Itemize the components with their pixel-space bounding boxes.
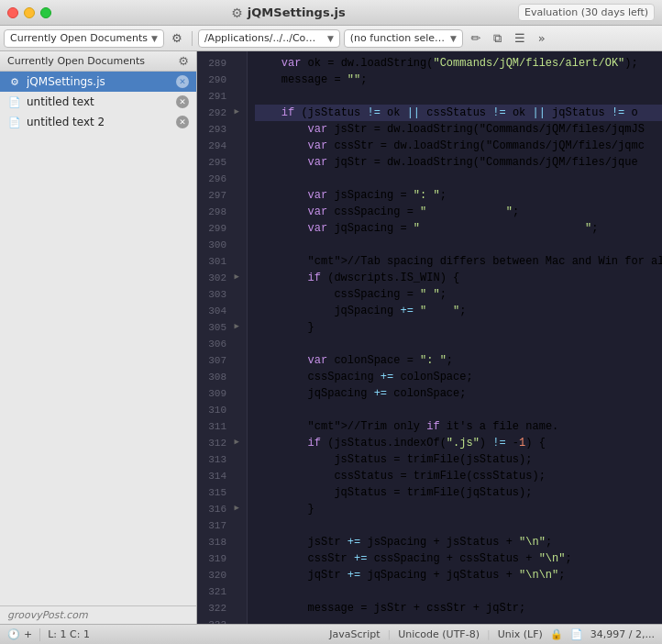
code-line [255,336,662,352]
line-number-row: 295 [201,154,239,171]
func-selector-dropdown[interactable]: (no function selected) ▼ [344,29,463,48]
status-line-ending[interactable]: Unix (LF) [498,628,543,640]
path-dropdown[interactable]: /Applications/../../Commands/jQMSetti...… [198,29,340,48]
line-number: 322 [201,601,226,616]
line-number-row: 317 [201,517,239,534]
sidebar-item-icon-2: 📄 [7,115,22,129]
code-line: var jqSpacing = " "; [255,220,662,237]
close-button[interactable] [7,7,18,18]
sidebar-item-jqmsettings[interactable]: ⚙ jQMSettings.js ✕ [0,72,196,92]
code-line: if (dwscripts.IS_WIN) { [255,270,662,286]
sidebar-item-close-1[interactable]: ✕ [176,95,189,108]
doc-icon: 📄 [570,628,583,640]
line-number-row: 293 [201,121,239,138]
status-left: 🕐 + [7,628,32,640]
line-number-row: 303 [201,286,239,303]
line-number: 316 [201,502,226,517]
code-line: jsStatus = trimFile(jsStatus); [255,451,662,468]
code-line: jqSpacing += " "; [255,303,662,319]
sidebar-item-name-1: untitled text [27,95,172,108]
fold-arrow[interactable]: ▶ [230,503,239,516]
fold-arrow[interactable]: ▶ [230,106,239,119]
line-number-row: 312▶ [201,435,239,451]
line-number: 305 [201,320,226,336]
line-number: 315 [201,485,226,501]
line-number-row: 304 [201,303,239,319]
fold-arrow[interactable]: ▶ [230,321,239,334]
title-bar-center: ⚙ jQMSettings.js [59,6,518,20]
sidebar-item-name-2: untitled text 2 [27,116,172,128]
sidebar-item-untitled2[interactable]: 📄 untitled text 2 ✕ [0,112,196,132]
status-stats: 34,997 / 2,... [590,628,655,640]
line-number-row: 309 [201,385,239,402]
line-number: 317 [201,518,226,534]
status-divider-2: | [487,628,491,640]
line-number: 307 [201,353,226,369]
sidebar: Currently Open Documents ⚙ ⚙ jQMSettings… [0,51,197,624]
sidebar-footer: groovyPost.com [0,605,196,624]
code-line: } [255,319,662,336]
line-number-row: 307 [201,352,239,369]
code-container[interactable]: 289290291292▶293294295296297298299300301… [197,51,662,624]
evaluation-text: Evaluation (30 days left) [524,6,648,18]
status-encoding[interactable]: Unicode (UTF-8) [398,628,480,640]
code-line: jqStr += jqSpacing + jqStatus + "\n\n"; [255,567,662,583]
line-number: 301 [201,254,226,270]
line-number-row: 319 [201,550,239,567]
line-number: 318 [201,535,226,550]
line-number: 309 [201,386,226,402]
plus-icon: + [24,628,32,640]
line-number-row: 323 [201,616,239,624]
func-selector-arrow: ▼ [450,34,457,43]
sidebar-header-icon[interactable]: ⚙ [178,54,189,68]
lock-icon: 🔒 [550,628,563,640]
code-line: cssStatus = trimFile(cssStatus); [255,468,662,484]
open-docs-arrow: ▼ [151,34,158,43]
line-number-row: 311 [201,418,239,435]
line-number-row: 301 [201,253,239,270]
fold-arrow[interactable]: ▶ [230,437,239,450]
line-number-row: 316▶ [201,501,239,517]
line-number: 291 [201,89,226,105]
pencil-icon[interactable]: ✏ [467,29,485,48]
open-docs-dropdown[interactable]: Currently Open Documents ▼ [4,29,164,48]
code-line [255,616,662,624]
line-number: 295 [201,155,226,171]
line-number: 306 [201,337,226,352]
code-line: } [255,501,662,517]
line-number: 304 [201,304,226,319]
code-line: cssStr += cssSpacing + cssStatus + "\n"; [255,550,662,567]
branding-text: groovyPost.com [7,609,88,621]
minimize-button[interactable] [24,7,35,18]
sidebar-item-untitled1[interactable]: 📄 untitled text ✕ [0,92,196,112]
file-icon: ⚙ [231,6,243,20]
line-number: 297 [201,188,226,204]
line-number-row: 289 [201,55,239,72]
maximize-button[interactable] [40,7,51,18]
code-line: "cmt">//Trim only if it's a file name. [255,418,662,435]
line-number: 310 [201,403,226,418]
sidebar-item-close-2[interactable]: ✕ [176,116,189,128]
copy-icon[interactable]: ⧉ [489,29,507,48]
status-position: L: 1 C: 1 [48,628,90,640]
line-number-row: 292▶ [201,105,239,121]
status-language[interactable]: JavaScript [329,628,380,640]
settings-icon[interactable]: ☰ [511,29,529,48]
line-number-row: 321 [201,583,239,600]
gear-icon[interactable]: ⚙ [168,29,186,48]
line-number: 290 [201,72,226,88]
more-icon[interactable]: » [533,29,551,48]
toolbar: Currently Open Documents ▼ ⚙ /Applicatio… [0,26,662,51]
line-number-row: 297 [201,187,239,204]
line-number-row: 305▶ [201,319,239,336]
line-number-row: 318 [201,534,239,550]
line-number-row: 299 [201,220,239,237]
open-docs-label: Currently Open Documents [10,32,148,44]
fold-arrow[interactable]: ▶ [230,272,239,284]
sidebar-item-name-0: jQMSettings.js [27,75,172,88]
line-number: 323 [201,617,226,624]
sidebar-item-close-0[interactable]: ✕ [176,75,189,88]
line-number: 303 [201,287,226,303]
code-content[interactable]: var ok = dw.loadString("Commands/jQM/fil… [248,51,662,624]
window-title: jQMSettings.js [248,6,346,19]
